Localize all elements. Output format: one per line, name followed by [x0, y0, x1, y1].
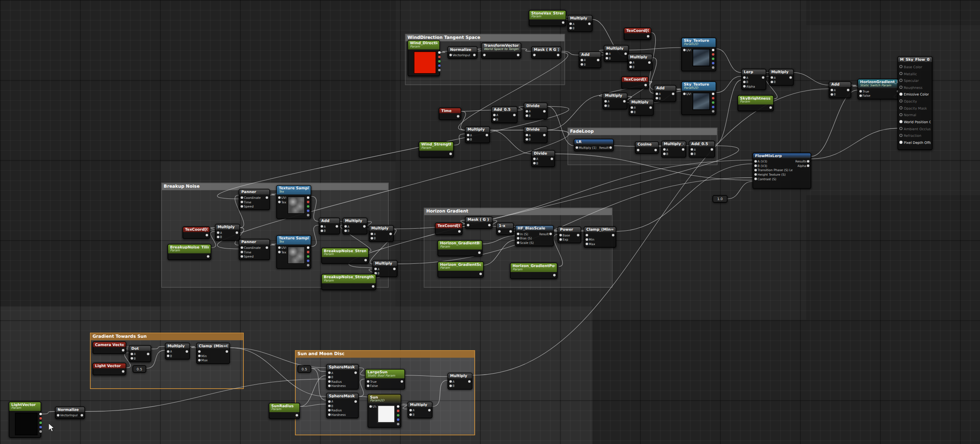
pin-in-icon[interactable]: [576, 147, 578, 149]
pin-out-icon[interactable]: [307, 255, 309, 258]
pin-out-icon[interactable]: [647, 35, 649, 38]
pin-in-icon[interactable]: [198, 359, 201, 362]
pin-in-icon[interactable]: [859, 90, 862, 93]
pin-out-icon[interactable]: [307, 251, 309, 253]
pin-in-icon[interactable]: [580, 63, 583, 66]
wire[interactable]: [561, 51, 578, 55]
wire[interactable]: [151, 346, 165, 349]
pin-out-icon[interactable]: [438, 69, 440, 71]
pin-out-icon[interactable]: [397, 418, 400, 421]
node-sky-texture[interactable]: Sky_TextureParam2DUVs: [681, 38, 716, 71]
pin-in-icon[interactable]: [217, 236, 219, 239]
node-add-0-5[interactable]: Add_0.5AB: [491, 106, 518, 124]
pin-in-icon[interactable]: [240, 197, 243, 199]
node-divide[interactable]: DivideAB: [524, 103, 547, 120]
node-normalize[interactable]: NormalizeVectorInput: [55, 406, 85, 419]
pin-out-icon[interactable]: [682, 148, 684, 151]
material-input-roughness[interactable]: Roughness: [899, 84, 931, 91]
pin-out-icon[interactable]: [712, 62, 714, 64]
wire[interactable]: [359, 379, 365, 396]
pin-out-icon[interactable]: [307, 264, 309, 266]
pin-out-icon[interactable]: [438, 64, 440, 67]
pin-in-icon[interactable]: [240, 255, 243, 258]
pin-out-icon[interactable]: [372, 285, 374, 288]
pin-in-icon[interactable]: [240, 247, 243, 249]
pin-out-icon[interactable]: [712, 57, 714, 60]
node-multiply[interactable]: MultiplyAB: [369, 225, 394, 243]
pin-in-icon[interactable]: [899, 134, 903, 137]
node-spheremask[interactable]: SphereMaskABRadiusHardness: [326, 393, 359, 419]
pin-out-icon[interactable]: [393, 268, 396, 270]
wire[interactable]: [230, 348, 326, 396]
node-mask-g[interactable]: Mask ( G ): [465, 216, 492, 229]
pin-in-icon[interactable]: [899, 141, 903, 144]
pin-out-icon[interactable]: [468, 380, 471, 383]
pin-out-icon[interactable]: [807, 165, 809, 167]
pin-in-icon[interactable]: [585, 239, 588, 241]
pin-out-icon[interactable]: [588, 23, 591, 25]
pin-out-icon[interactable]: [479, 272, 482, 275]
wire[interactable]: [270, 194, 276, 195]
pin-out-icon[interactable]: [438, 51, 440, 54]
pin-out-icon[interactable]: [543, 134, 546, 136]
pin-out-icon[interactable]: [206, 234, 208, 236]
pin-out-icon[interactable]: [624, 53, 627, 55]
node-sun[interactable]: SunParam2DUVs: [368, 394, 402, 427]
wire[interactable]: [676, 89, 681, 90]
pin-out-icon[interactable]: [39, 426, 42, 428]
pin-out-icon[interactable]: [122, 370, 124, 373]
wire[interactable]: [521, 49, 531, 51]
pin-out-icon[interactable]: [39, 413, 42, 415]
node-lightvector[interactable]: LightVectorParam: [9, 401, 41, 438]
pin-out-icon[interactable]: [438, 60, 440, 62]
pin-in-icon[interactable]: [371, 237, 373, 240]
wire[interactable]: [433, 380, 447, 407]
node-wind-direction[interactable]: Wind_DirectionParam: [407, 40, 440, 76]
pin-out-icon[interactable]: [363, 225, 366, 228]
pin-in-icon[interactable]: [754, 178, 757, 180]
pin-in-icon[interactable]: [167, 351, 169, 353]
wire[interactable]: [484, 240, 515, 265]
pin-out-icon[interactable]: [485, 134, 488, 136]
pin-in-icon[interactable]: [493, 114, 496, 117]
node-panner[interactable]: PannerCoordinateTimeSpeed: [239, 239, 270, 260]
pin-in-icon[interactable]: [533, 158, 535, 160]
pin-in-icon[interactable]: [371, 233, 373, 235]
pin-out-icon[interactable]: [712, 110, 714, 112]
node-breakupnoise-strength-fade[interactable]: BreakupNoise_Strength_FadeParam: [321, 274, 376, 290]
pin-in-icon[interactable]: [450, 54, 452, 57]
pin-out-icon[interactable]: [549, 233, 552, 235]
pin-in-icon[interactable]: [533, 162, 535, 165]
graph-canvas[interactable]: WindDirection Tangent SpaceFadeLoopBreak…: [0, 0, 980, 444]
pin-out-icon[interactable]: [186, 351, 188, 353]
pin-out-icon[interactable]: [307, 196, 309, 199]
pin-in-icon[interactable]: [606, 57, 608, 60]
pin-in-icon[interactable]: [321, 225, 323, 228]
wire[interactable]: [715, 80, 742, 145]
pin-out-icon[interactable]: [307, 214, 309, 216]
wire[interactable]: [359, 368, 365, 375]
pin-in-icon[interactable]: [899, 127, 903, 131]
node-texcoord-0[interactable]: TexCoord[0]: [624, 28, 652, 41]
node-cosine[interactable]: Cosine: [635, 141, 659, 154]
pin-in-icon[interactable]: [691, 153, 693, 155]
node-breakupnoise-tiling[interactable]: BreakupNoise_TilingParam: [167, 244, 211, 260]
node-texcoord-0[interactable]: TexCoord[0]: [435, 223, 463, 236]
wire[interactable]: [440, 51, 447, 53]
pin-in-icon[interactable]: [663, 153, 666, 155]
node-add[interactable]: AddAB: [829, 81, 851, 99]
wire[interactable]: [461, 110, 491, 111]
material-input-emissive-color[interactable]: Emissive Color: [899, 91, 931, 98]
wire[interactable]: [811, 128, 898, 159]
pin-out-icon[interactable]: [711, 148, 713, 151]
pin-in-icon[interactable]: [630, 111, 633, 113]
pin-in-icon[interactable]: [691, 148, 693, 151]
pin-in-icon[interactable]: [559, 239, 562, 241]
pin-in-icon[interactable]: [526, 138, 528, 141]
wire[interactable]: [555, 154, 752, 180]
pin-out-icon[interactable]: [147, 353, 149, 356]
material-input-base-color[interactable]: Base Color: [899, 63, 931, 70]
pin-in-icon[interactable]: [450, 380, 452, 383]
pin-out-icon[interactable]: [712, 105, 714, 108]
node-panner[interactable]: PannerCoordinateTimeSpeed: [239, 189, 270, 210]
